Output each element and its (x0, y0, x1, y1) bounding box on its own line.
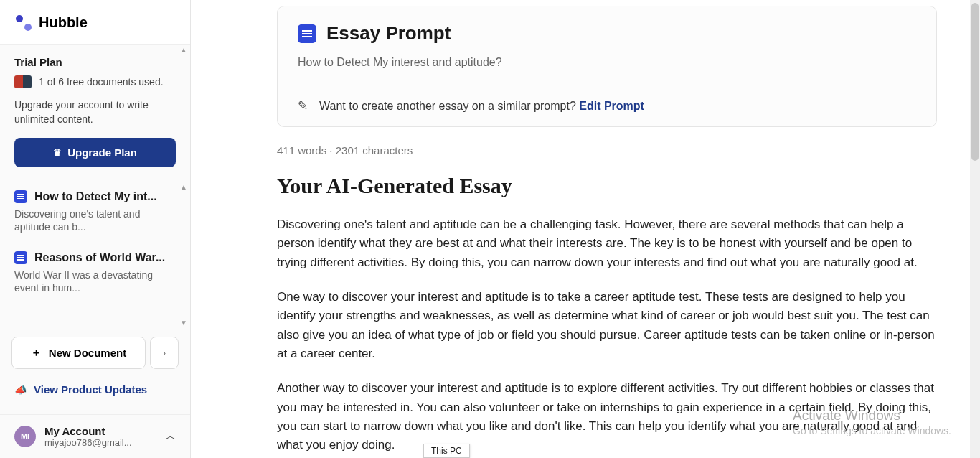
document-item[interactable]: Reasons of World War... World War II was… (11, 243, 179, 303)
essay-title: Your AI-Generated Essay (277, 174, 937, 198)
documents-list: ▲ How to Detect My int... Discovering on… (0, 182, 190, 328)
new-document-button[interactable]: ＋ New Document (11, 337, 146, 369)
document-preview: World War II was a devastating event in … (14, 268, 176, 294)
document-icon (14, 251, 27, 264)
view-updates-link[interactable]: 📣 View Product Updates (11, 378, 179, 406)
usage-icon (14, 75, 32, 88)
prompt-text: How to Detect My interest and aptitude? (278, 49, 936, 85)
document-item[interactable]: How to Detect My int... Discovering one'… (11, 182, 179, 242)
essay-body: Discovering one's talent and aptitude ca… (277, 215, 937, 458)
account-title: My Account (44, 425, 157, 437)
plan-usage: 1 of 6 free documents used. (14, 75, 176, 88)
essay-paragraph: Another way to discover your interest an… (277, 379, 937, 454)
chevron-up-icon: ︿ (166, 430, 176, 443)
scrollbar-thumb[interactable] (971, 3, 979, 161)
account-menu[interactable]: MI My Account miyajoo786@gmail... ︿ (0, 414, 190, 458)
avatar: MI (14, 426, 36, 447)
megaphone-icon: 📣 (14, 384, 27, 396)
upgrade-label: Upgrade Plan (67, 146, 137, 159)
plan-section: ▲ Trial Plan 1 of 6 free documents used.… (0, 44, 190, 182)
main-content: Essay Prompt How to Detect My interest a… (191, 0, 980, 458)
chevron-right-icon: › (163, 348, 166, 358)
sidebar: Hubble ▲ Trial Plan 1 of 6 free document… (0, 0, 191, 458)
document-icon (298, 24, 316, 43)
bottom-actions: ＋ New Document › 📣 View Product Updates (0, 328, 190, 414)
taskbar-tooltip: This PC (423, 444, 470, 458)
plan-title: Trial Plan (14, 56, 176, 68)
usage-text: 1 of 6 free documents used. (39, 76, 164, 88)
expand-sidebar-button[interactable]: › (150, 337, 179, 369)
account-email: miyajoo786@gmail... (44, 437, 157, 448)
scroll-down-icon[interactable]: ▼ (180, 319, 187, 327)
upgrade-plan-button[interactable]: ♛ Upgrade Plan (14, 138, 176, 167)
edit-icon: ✎ (298, 98, 308, 113)
document-icon (14, 190, 27, 203)
hubble-logo-icon (16, 15, 32, 31)
essay-paragraph: One way to discover your interest and ap… (277, 288, 937, 363)
document-preview: Discovering one's talent and aptitude ca… (14, 207, 176, 233)
app-logo[interactable]: Hubble (0, 0, 190, 44)
document-title: Reasons of World War... (34, 251, 165, 264)
plan-description: Upgrade your account to write unlimited … (14, 98, 176, 126)
essay-prompt-card: Essay Prompt How to Detect My interest a… (277, 6, 937, 127)
scroll-up-icon[interactable]: ▲ (180, 183, 187, 191)
prompt-section-title: Essay Prompt (326, 22, 451, 45)
scroll-up-icon[interactable]: ▲ (180, 46, 187, 54)
app-name: Hubble (39, 14, 88, 31)
crown-icon: ♛ (53, 147, 62, 158)
scrollbar[interactable] (970, 0, 980, 458)
document-title: How to Detect My int... (34, 190, 157, 203)
new-document-label: New Document (49, 347, 126, 359)
word-count-stats: 411 words · 2301 characters (277, 144, 937, 156)
edit-prompt-link[interactable]: Edit Prompt (579, 100, 644, 112)
essay-paragraph: Discovering one's talent and aptitude ca… (277, 215, 937, 272)
plus-icon: ＋ (31, 346, 42, 360)
prompt-footer-text: Want to create another essay on a simila… (319, 100, 644, 113)
updates-label: View Product Updates (34, 383, 147, 396)
